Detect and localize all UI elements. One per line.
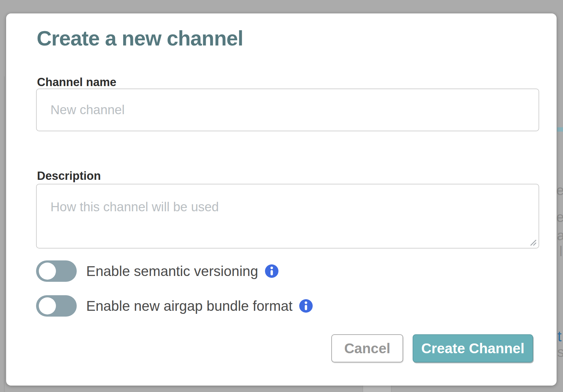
resize-handle-icon[interactable] — [529, 238, 537, 246]
airgap-bundle-label: Enable new airgap bundle format — [86, 299, 293, 313]
toggle-knob — [39, 263, 56, 280]
background-edge-line — [4, 76, 5, 392]
toggle-knob — [39, 297, 56, 314]
background-text-fragment: e — [556, 183, 563, 197]
description-textarea[interactable] — [36, 184, 539, 249]
background-text-fragment: l — [559, 244, 562, 258]
create-channel-button[interactable]: Create Channel — [413, 334, 533, 362]
modal-footer: Cancel Create Channel — [331, 334, 533, 362]
create-channel-modal: Create a new channel Channel name Descri… — [6, 13, 557, 386]
cancel-button[interactable]: Cancel — [331, 334, 403, 362]
background-text-fragment: a — [557, 228, 563, 242]
description-label: Description — [37, 170, 101, 182]
modal-title: Create a new channel — [37, 27, 243, 50]
background-link-fragment: t — [557, 329, 561, 344]
airgap-toggle-row: Enable new airgap bundle format — [36, 295, 313, 317]
background-accent-bar — [557, 127, 563, 132]
background-text-fragment: s — [557, 345, 563, 359]
semver-toggle-row: Enable semantic versioning — [36, 260, 278, 282]
description-field — [36, 184, 539, 249]
channel-name-input[interactable] — [36, 89, 539, 131]
screen: e e a l t s Create a new channel Channel… — [0, 0, 563, 392]
background-element — [362, 386, 392, 392]
info-icon[interactable] — [265, 264, 278, 278]
airgap-bundle-toggle[interactable] — [36, 295, 77, 317]
info-icon[interactable] — [299, 299, 313, 313]
background-text-fragment: e — [556, 210, 563, 224]
semantic-versioning-label: Enable semantic versioning — [86, 264, 258, 278]
semantic-versioning-toggle[interactable] — [36, 260, 77, 282]
channel-name-label: Channel name — [37, 76, 116, 88]
